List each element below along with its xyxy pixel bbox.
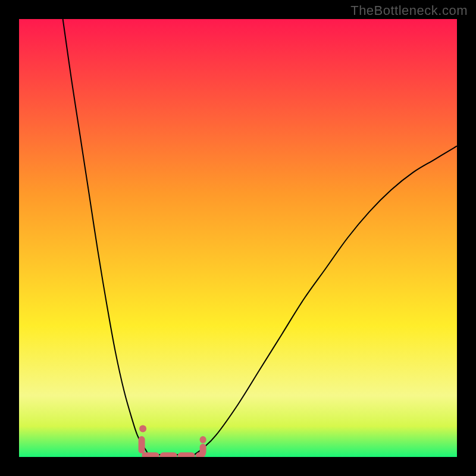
gradient-background bbox=[19, 19, 457, 457]
plot-area bbox=[19, 19, 457, 457]
chart-frame: TheBottleneck.com bbox=[0, 0, 476, 476]
watermark-text: TheBottleneck.com bbox=[350, 3, 468, 18]
chart-svg bbox=[19, 19, 457, 457]
bracket-dot bbox=[139, 425, 146, 433]
